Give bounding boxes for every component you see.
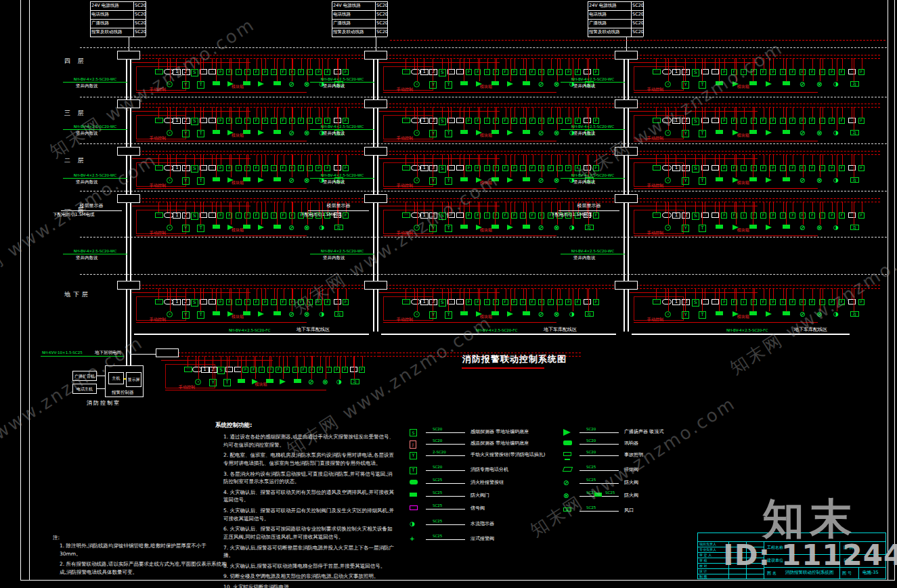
module-box-icon: ···	[653, 212, 661, 218]
drop-wire	[216, 58, 217, 81]
water-flow-icon: ◑	[833, 177, 839, 183]
spec-table-row-name: 24V 电源线路	[91, 3, 119, 8]
addressable-detector-icon: I	[484, 212, 490, 219]
addressable-detector-icon: I	[741, 299, 747, 305]
power-bus-line	[630, 292, 758, 293]
junction-box	[117, 147, 140, 156]
module-box-icon: ···	[155, 299, 163, 304]
strobe-icon: S	[439, 165, 446, 173]
speaker-icon	[732, 311, 741, 317]
title-block-row-label: 审 核	[699, 559, 707, 563]
speaker-icon	[227, 225, 236, 230]
valve-icon	[243, 130, 250, 134]
zone-number-icon: 1	[420, 299, 429, 305]
addressable-detector-icon: F	[324, 118, 330, 124]
manual-call-point-icon: Y	[682, 81, 689, 89]
zone-number-icon: 2	[682, 299, 690, 305]
addressable-detector-icon: P	[466, 212, 472, 219]
zone-number-icon: 1	[201, 367, 209, 373]
drop-wire	[292, 154, 292, 177]
terminal-icon	[662, 165, 672, 171]
drop-wire	[862, 107, 862, 118]
legend-label: 防火阀门	[471, 493, 489, 499]
drop-wire	[695, 288, 696, 299]
addressable-detector-icon: F	[548, 69, 554, 75]
valve-icon	[460, 177, 468, 181]
drop-wire	[705, 58, 705, 69]
terminal-icon	[411, 118, 420, 123]
legend-code: SC25	[586, 465, 596, 469]
sheet-border	[894, 0, 895, 581]
manual-call-point-icon: Y	[182, 81, 190, 89]
watermark-text: 知末网 www.znzmo.com	[527, 393, 739, 540]
smoke-damper-icon: ⊘	[288, 177, 294, 184]
drop-wire	[246, 202, 247, 225]
drop-wire	[526, 154, 527, 177]
drop-wire	[715, 154, 716, 165]
drop-wire	[337, 356, 338, 367]
speaker-icon	[507, 311, 516, 317]
drop-wire	[464, 58, 464, 81]
drop-wire	[194, 154, 195, 165]
spec-table-line	[588, 1, 588, 37]
drop-wire	[158, 288, 159, 299]
manual-call-point-icon: Y	[429, 81, 437, 89]
valve-icon	[243, 311, 250, 315]
drop-wire	[515, 58, 515, 69]
drop-wire	[526, 202, 527, 225]
manual-control-label: 手动控制	[397, 317, 413, 322]
drop-wire	[257, 58, 257, 69]
valve-icon	[460, 225, 468, 229]
drop-wire	[239, 154, 240, 165]
drop-wire	[478, 288, 479, 299]
valve-icon	[716, 130, 723, 134]
junction-box	[364, 194, 387, 203]
addressable-detector-icon: I	[326, 367, 332, 373]
fire-damper-icon: ⊗	[554, 177, 559, 184]
addressable-detector-icon: I	[236, 212, 242, 219]
drop-wire	[515, 202, 515, 212]
fire-phone-icon: T	[223, 379, 231, 386]
indicator-icon: ·	[456, 118, 464, 123]
drop-wire	[823, 58, 823, 69]
basement-zone-code: NH-BV-4×2.5-SC20-FC	[229, 328, 270, 332]
drop-wire	[506, 58, 506, 69]
notes-block: 1. 通过设在各处的感烟探测器,或是由通过手动火灾报警按钮发出受警信号、均可在值…	[223, 433, 394, 579]
addressable-detector-icon: F	[502, 165, 508, 171]
title-block-row-label: 校 对	[699, 564, 707, 568]
signal-valve-icon	[410, 505, 418, 510]
drop-wire	[753, 154, 753, 177]
drop-wire	[451, 154, 452, 165]
spec-table-row-name: 电话线路	[91, 12, 109, 17]
floor-label: 四 层	[64, 58, 87, 65]
strobe-icon: S	[692, 69, 699, 76]
drop-wire	[170, 107, 171, 130]
addressable-detector-icon: F	[839, 165, 845, 171]
watermark-text: 知末网 www.znzmo.com	[290, 170, 502, 317]
drop-wire	[735, 288, 735, 299]
control-module-icon: ZJ	[850, 311, 859, 317]
addressable-detector-icon: P	[493, 165, 499, 171]
drop-wire	[442, 288, 443, 299]
drop-wire	[557, 154, 558, 177]
drop-wire	[842, 58, 843, 69]
drop-wire	[569, 288, 569, 299]
spec-table-line	[588, 37, 643, 37]
drop-wire	[842, 154, 843, 165]
drop-wire	[284, 58, 284, 69]
drop-wire	[510, 154, 511, 177]
indicator-icon: ·	[209, 299, 216, 304]
indicator-icon: ·	[848, 165, 856, 171]
addressable-detector-icon: F	[789, 165, 795, 171]
addressable-detector-icon: F	[789, 212, 795, 219]
addressable-detector-icon: P	[593, 69, 599, 75]
drop-wire	[354, 356, 355, 379]
drop-wire	[523, 107, 524, 118]
module-box-icon: ···	[155, 212, 163, 218]
addressable-detector-icon: P	[721, 165, 727, 171]
shaft-wire	[310, 129, 374, 130]
module-box-icon: ···	[155, 118, 163, 123]
addressable-detector-icon: P	[751, 165, 757, 171]
legend-code: SC20	[586, 438, 596, 443]
control-room-label: 消防控制室	[87, 401, 121, 407]
